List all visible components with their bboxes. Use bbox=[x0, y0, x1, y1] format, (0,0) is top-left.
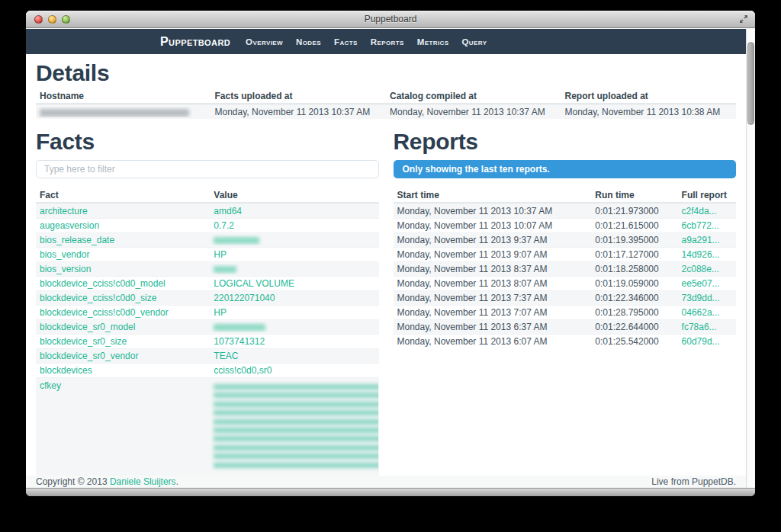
fact-value-link[interactable]: 0.7.2 bbox=[214, 220, 234, 231]
scrollbar-thumb[interactable] bbox=[747, 42, 754, 125]
fact-link[interactable]: blockdevice_sr0_vendor bbox=[40, 351, 138, 361]
reports-table-body: Monday, November 11 2013 10:37 AM0:01:21… bbox=[394, 204, 737, 348]
details-col-hostname: Hostname bbox=[36, 91, 211, 101]
fact-link[interactable]: blockdevice_cciss!c0d0_size bbox=[40, 293, 156, 303]
facts-section: Facts Fact Value architectureamd64augeas… bbox=[36, 129, 379, 476]
report-start-time: Monday, November 11 2013 10:07 AM bbox=[394, 220, 592, 231]
window-titlebar[interactable]: Puppetboard bbox=[26, 11, 755, 28]
nav-item-overview[interactable]: Overview bbox=[246, 37, 283, 46]
nav-item-query[interactable]: Query bbox=[462, 37, 487, 46]
full-report-link[interactable]: c2f4da... bbox=[682, 206, 717, 216]
fact-row: blockdevice_sr0_model bbox=[36, 319, 379, 334]
report-start-time: Monday, November 11 2013 8:37 AM bbox=[394, 264, 592, 274]
fact-row: bios_release_date bbox=[36, 232, 379, 247]
author-link[interactable]: Daniele Sluijters bbox=[110, 476, 176, 487]
fact-row: blockdevice_cciss!c0d0_vendorHP bbox=[36, 305, 379, 319]
fact-row: blockdevice_sr0_size1073741312 bbox=[36, 334, 379, 348]
full-report-link[interactable]: 04662a... bbox=[682, 307, 720, 318]
report-run-time: 0:01:17.127000 bbox=[591, 249, 677, 260]
nav-item-metrics[interactable]: Metrics bbox=[417, 37, 449, 46]
hostname-redacted bbox=[36, 107, 211, 117]
fact-value-link[interactable]: 1073741312 bbox=[214, 336, 265, 347]
reports-table-header: Start time Run time Full report bbox=[394, 188, 737, 204]
fact-link[interactable]: blockdevice_cciss!c0d0_vendor bbox=[40, 307, 169, 318]
report-run-time: 0:01:22.346000 bbox=[591, 293, 677, 303]
fact-value-link[interactable]: cciss!c0d0,sr0 bbox=[214, 365, 272, 376]
fact-link[interactable]: architecture bbox=[40, 206, 88, 216]
fact-link[interactable]: bios_release_date bbox=[40, 235, 114, 245]
facts-col-fact: Fact bbox=[36, 190, 210, 200]
main-container: Details Hostname Facts uploaded at Catal… bbox=[26, 54, 746, 476]
catalog-compiled-at: Monday, November 11 2013 10:37 AM bbox=[386, 107, 561, 117]
reports-col-start-time: Start time bbox=[394, 190, 592, 200]
report-run-time: 0:01:19.059000 bbox=[591, 278, 677, 289]
fullscreen-icon[interactable] bbox=[738, 14, 749, 24]
full-report-link[interactable]: 60d79d... bbox=[682, 336, 720, 347]
fact-value-link[interactable]: TEAC bbox=[214, 351, 238, 361]
full-report-link[interactable]: 73d9dd... bbox=[682, 293, 720, 303]
facts-uploaded-at: Monday, November 11 2013 10:37 AM bbox=[211, 107, 387, 117]
report-start-time: Monday, November 11 2013 6:37 AM bbox=[394, 322, 592, 332]
report-row: Monday, November 11 2013 10:37 AM0:01:21… bbox=[394, 204, 737, 218]
nav-item-reports[interactable]: Reports bbox=[371, 37, 404, 46]
report-row: Monday, November 11 2013 9:07 AM0:01:17.… bbox=[394, 247, 737, 261]
full-report-link[interactable]: 14d926... bbox=[682, 249, 720, 260]
fact-row: blockdevice_cciss!c0d0_modelLOGICAL VOLU… bbox=[36, 276, 379, 290]
report-start-time: Monday, November 11 2013 7:07 AM bbox=[394, 307, 592, 318]
fact-link[interactable]: blockdevices bbox=[40, 365, 92, 376]
report-row: Monday, November 11 2013 8:07 AM0:01:19.… bbox=[394, 276, 737, 290]
report-run-time: 0:01:22.644000 bbox=[591, 322, 677, 332]
fact-value-link[interactable]: 220122071040 bbox=[214, 293, 275, 303]
fact-link[interactable]: blockdevice_cciss!c0d0_model bbox=[40, 278, 166, 289]
details-table-row: Monday, November 11 2013 10:37 AM Monday… bbox=[36, 104, 736, 119]
report-start-time: Monday, November 11 2013 9:37 AM bbox=[394, 235, 592, 245]
scrollbar[interactable] bbox=[746, 29, 755, 488]
facts-col-value: Value bbox=[210, 190, 378, 200]
page-content: Details Hostname Facts uploaded at Catal… bbox=[26, 54, 746, 488]
fact-link[interactable]: augeasversion bbox=[40, 220, 99, 231]
full-report-link[interactable]: a9a291... bbox=[682, 235, 720, 245]
full-report-link[interactable]: ee5e07... bbox=[682, 278, 720, 289]
report-row: Monday, November 11 2013 6:07 AM0:01:25.… bbox=[394, 334, 737, 348]
report-start-time: Monday, November 11 2013 10:37 AM bbox=[394, 206, 592, 216]
fact-value-link[interactable]: HP bbox=[214, 249, 227, 260]
report-run-time: 0:01:21.615000 bbox=[591, 220, 677, 231]
fact-row: blockdevice_sr0_vendorTEAC bbox=[36, 348, 379, 363]
report-run-time: 0:01:25.542000 bbox=[591, 336, 677, 347]
footer-copyright: Copyright © 2013 Daniele Sluijters. bbox=[36, 476, 178, 487]
footer-source-label: Live from PuppetDB. bbox=[651, 476, 736, 487]
fact-link[interactable]: bios_vendor bbox=[40, 249, 89, 260]
fact-link[interactable]: cfkey bbox=[40, 380, 61, 391]
facts-filter-input[interactable] bbox=[36, 160, 379, 178]
fact-link[interactable]: blockdevice_sr0_size bbox=[40, 336, 127, 347]
report-row: Monday, November 11 2013 8:37 AM0:01:18.… bbox=[394, 261, 737, 276]
nav-item-facts[interactable]: Facts bbox=[334, 37, 358, 46]
details-col-facts-uploaded: Facts uploaded at bbox=[211, 91, 387, 101]
reports-heading: Reports bbox=[394, 129, 737, 155]
report-start-time: Monday, November 11 2013 7:37 AM bbox=[394, 293, 592, 303]
navbar: Puppetboard OverviewNodesFactsReportsMet… bbox=[26, 29, 746, 54]
redacted-value bbox=[214, 266, 236, 273]
full-report-link[interactable]: 6cb772... bbox=[682, 220, 719, 231]
full-report-link[interactable]: 2c088e... bbox=[682, 264, 719, 274]
copyright-text: Copyright © 2013 bbox=[36, 476, 110, 487]
fact-value-link[interactable]: amd64 bbox=[214, 206, 242, 216]
details-heading: Details bbox=[36, 60, 736, 86]
report-start-time: Monday, November 11 2013 6:07 AM bbox=[394, 336, 592, 347]
navbar-items: OverviewNodesFactsReportsMetricsQuery bbox=[246, 37, 487, 46]
report-start-time: Monday, November 11 2013 9:07 AM bbox=[394, 249, 592, 260]
report-row: Monday, November 11 2013 10:07 AM0:01:21… bbox=[394, 218, 737, 232]
fact-value-link[interactable]: HP bbox=[214, 307, 227, 318]
window-bottom-bar bbox=[26, 488, 755, 496]
fact-row: blockdevice_cciss!c0d0_size220122071040 bbox=[36, 290, 379, 305]
navbar-brand[interactable]: Puppetboard bbox=[160, 35, 230, 49]
nav-item-nodes[interactable]: Nodes bbox=[296, 37, 321, 46]
fact-row: blockdevicescciss!c0d0,sr0 bbox=[36, 363, 379, 377]
full-report-link[interactable]: fc78a6... bbox=[682, 322, 717, 332]
facts-heading: Facts bbox=[36, 129, 379, 155]
window-title: Puppetboard bbox=[26, 11, 755, 28]
fact-link[interactable]: blockdevice_sr0_model bbox=[40, 322, 135, 332]
fact-value-link[interactable]: LOGICAL VOLUME bbox=[214, 278, 294, 289]
report-start-time: Monday, November 11 2013 8:07 AM bbox=[394, 278, 592, 289]
fact-link[interactable]: bios_version bbox=[40, 264, 91, 274]
